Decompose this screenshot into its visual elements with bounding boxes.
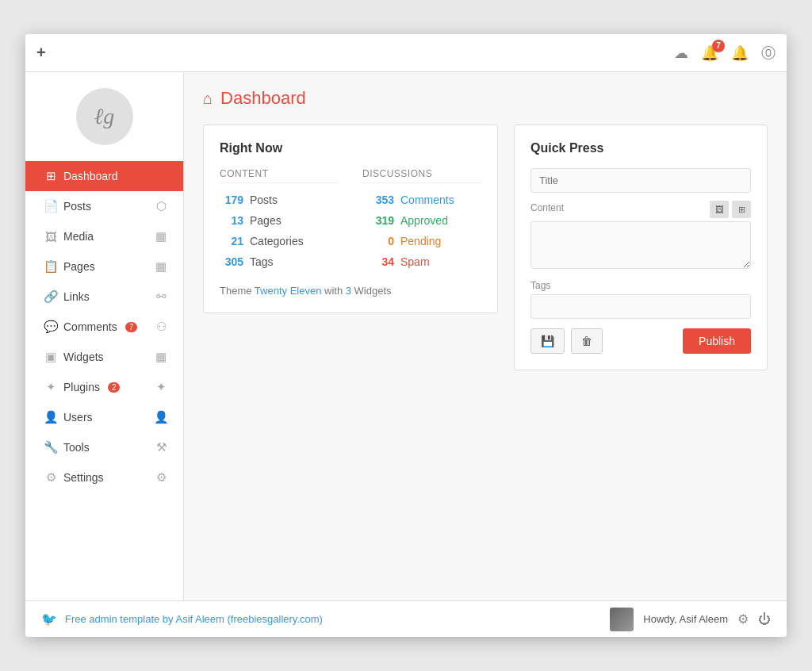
spam-label: Spam [400, 255, 430, 268]
pages-arrow-icon: ▦ [153, 259, 169, 274]
widgets-arrow-icon: ▦ [153, 350, 169, 364]
qp-publish-button[interactable]: Publish [683, 328, 751, 354]
right-now-grid: Content 179 Posts 13 Pages 21 [220, 168, 481, 272]
sidebar-item-comments[interactable]: 💬 Comments 7 ⚇ [25, 312, 183, 342]
sidebar: ℓg ⊞ Dashboard 📄 Posts ⬡ [25, 72, 184, 600]
theme-text: Theme [220, 285, 255, 297]
widgets-icon: ▣ [43, 350, 59, 364]
qp-table-icon[interactable]: ⊞ [732, 201, 751, 218]
posts-label: Posts [250, 194, 278, 206]
pages-icon: 📋 [43, 259, 59, 274]
qp-content-field: Content 🖼 ⊞ [530, 201, 751, 272]
wordpress-icon[interactable]: ⓪ [761, 44, 776, 63]
comments-icon: 💬 [43, 320, 59, 334]
sidebar-item-pages[interactable]: 📋 Pages ▦ [25, 251, 183, 282]
footer-logout-icon[interactable]: ⏻ [758, 612, 771, 627]
sidebar-item-dashboard[interactable]: ⊞ Dashboard [25, 161, 183, 191]
pages-count: 13 [220, 214, 243, 227]
add-button[interactable]: + [36, 44, 46, 62]
notification-badge: 7 [712, 40, 725, 52]
comments-badge: 7 [125, 322, 138, 332]
sidebar-label-settings: Settings [63, 471, 104, 484]
qp-tags-input[interactable] [530, 294, 751, 319]
posts-count: 179 [220, 194, 243, 206]
sidebar-label-tools: Tools [63, 441, 90, 454]
top-bar: + ☁ 🔔 7 🔔 ⓪ [25, 34, 787, 72]
footer-settings-icon[interactable]: ⚙ [737, 612, 749, 627]
widgets-count-link[interactable]: 3 [346, 285, 354, 297]
settings-arrow-icon: ⚙ [153, 470, 169, 485]
qp-actions: 💾 🗑 Publish [530, 328, 751, 354]
footer-right: Howdy, Asif Aleem ⚙ ⏻ [610, 608, 771, 631]
qp-save-button[interactable]: 💾 [530, 328, 565, 354]
content-area: ⌂ Dashboard Right Now Content 179 Posts [184, 72, 787, 600]
approved-count: 319 [362, 214, 394, 227]
sidebar-item-settings[interactable]: ⚙ Settings ⚙ [25, 462, 183, 493]
posts-icon: 📄 [43, 199, 59, 213]
content-column: Content 179 Posts 13 Pages 21 [220, 168, 339, 272]
comments-disc-count: 353 [362, 194, 394, 206]
tags-row: 305 Tags [220, 251, 339, 272]
categories-row: 21 Categories [220, 231, 339, 251]
top-bar-icons: ☁ 🔔 7 🔔 ⓪ [674, 44, 776, 63]
sidebar-item-tools[interactable]: 🔧 Tools ⚒ [25, 432, 183, 462]
bell-icon[interactable]: 🔔 [731, 44, 749, 62]
links-arrow-icon: ⚯ [153, 289, 169, 304]
pages-label: Pages [250, 214, 282, 227]
footer-link[interactable]: Free admin template by Asif Aleem (freeb… [65, 613, 323, 625]
sidebar-label-widgets: Widgets [63, 351, 104, 363]
content-column-title: Content [220, 168, 339, 183]
theme-name-link[interactable]: Twenty Eleven [255, 285, 322, 297]
sidebar-item-plugins[interactable]: ✦ Plugins 2 ✦ [25, 372, 183, 402]
sidebar-label-dashboard: Dashboard [63, 170, 118, 182]
comments-arrow-icon: ⚇ [153, 320, 169, 334]
sidebar-item-media[interactable]: 🖼 Media ▦ [25, 221, 183, 251]
tools-icon: 🔧 [43, 440, 59, 454]
approved-label: Approved [400, 214, 448, 227]
footer-username: Howdy, Asif Aleem [643, 613, 728, 625]
theme-line: Theme Twenty Eleven with 3 Widgets [220, 285, 481, 297]
sidebar-label-posts: Posts [63, 200, 91, 213]
users-icon: 👤 [43, 410, 59, 424]
page-title: Dashboard [220, 88, 306, 109]
media-icon: 🖼 [43, 230, 59, 243]
sidebar-item-posts[interactable]: 📄 Posts ⬡ [25, 191, 183, 221]
settings-icon: ⚙ [43, 470, 59, 485]
qp-title-input[interactable] [530, 168, 751, 193]
posts-arrow-icon: ⬡ [153, 199, 169, 213]
sidebar-label-media: Media [63, 230, 94, 243]
links-icon: 🔗 [43, 289, 59, 304]
sidebar-item-users[interactable]: 👤 Users 👤 [25, 402, 183, 432]
tools-arrow-icon: ⚒ [153, 440, 169, 454]
sidebar-label-comments: Comments [63, 320, 117, 333]
comments-disc-label[interactable]: Comments [400, 194, 454, 206]
sidebar-label-links: Links [63, 290, 90, 303]
tags-label: Tags [250, 255, 274, 268]
plugins-icon: ✦ [43, 380, 59, 394]
sidebar-label-plugins: Plugins [63, 381, 100, 393]
qp-delete-button[interactable]: 🗑 [571, 328, 603, 354]
dashboard-icon: ⊞ [43, 169, 59, 183]
qp-tags-label: Tags [530, 280, 751, 291]
twitter-icon: 🐦 [41, 612, 57, 627]
categories-count: 21 [220, 235, 243, 247]
theme-middle: with [324, 285, 346, 297]
tags-count: 305 [220, 255, 243, 268]
cloud-icon[interactable]: ☁ [674, 44, 688, 62]
sidebar-item-widgets[interactable]: ▣ Widgets ▦ [25, 342, 183, 372]
qp-image-icon[interactable]: 🖼 [710, 201, 729, 218]
notifications-icon[interactable]: 🔔 7 [701, 44, 718, 62]
discussions-column-title: Discussions [362, 168, 481, 183]
main-layout: ℓg ⊞ Dashboard 📄 Posts ⬡ [25, 72, 787, 600]
qp-media-icons: 🖼 ⊞ [710, 201, 751, 218]
users-arrow-icon: 👤 [153, 410, 169, 424]
quick-press-widget: Quick Press Content 🖼 ⊞ [514, 125, 768, 370]
sidebar-item-links[interactable]: 🔗 Links ⚯ [25, 282, 183, 312]
qp-content-textarea[interactable] [530, 221, 751, 269]
pending-label: Pending [400, 235, 441, 247]
sidebar-label-pages: Pages [63, 260, 95, 273]
sidebar-label-users: Users [63, 411, 93, 424]
posts-row: 179 Posts [220, 190, 339, 210]
plugins-arrow-icon: ✦ [153, 380, 169, 394]
pending-row: 0 Pending [362, 231, 481, 251]
